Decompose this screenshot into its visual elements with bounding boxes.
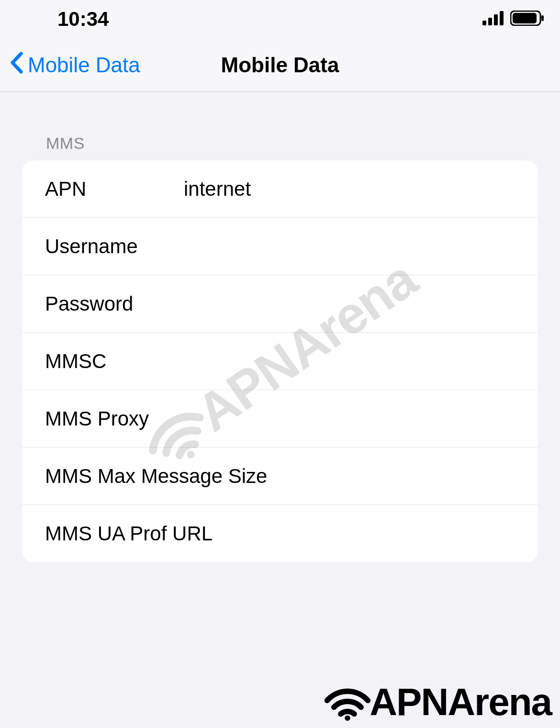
back-label: Mobile Data bbox=[28, 53, 140, 77]
username-input[interactable] bbox=[184, 218, 538, 275]
row-mms-ua[interactable]: MMS UA Prof URL bbox=[22, 505, 538, 562]
svg-rect-5 bbox=[513, 13, 537, 23]
status-indicators bbox=[482, 11, 545, 28]
mms-max-input[interactable] bbox=[267, 448, 538, 504]
mms-proxy-input[interactable] bbox=[184, 390, 538, 447]
svg-rect-1 bbox=[488, 18, 492, 25]
svg-rect-3 bbox=[500, 11, 504, 25]
mms-max-label: MMS Max Message Size bbox=[45, 465, 267, 488]
password-input[interactable] bbox=[184, 275, 538, 332]
mms-ua-input[interactable] bbox=[213, 505, 538, 562]
svg-rect-6 bbox=[541, 15, 544, 21]
row-mms-max[interactable]: MMS Max Message Size bbox=[22, 448, 538, 505]
page-title: Mobile Data bbox=[221, 53, 339, 77]
row-username[interactable]: Username bbox=[22, 218, 538, 275]
svg-rect-2 bbox=[494, 14, 498, 25]
password-label: Password bbox=[45, 292, 184, 315]
status-bar: 10:34 bbox=[0, 0, 560, 38]
row-apn[interactable]: APN bbox=[22, 160, 538, 218]
mmsc-input[interactable] bbox=[184, 333, 538, 390]
mms-settings-card: APN Username Password MMSC MMS Proxy MMS… bbox=[22, 160, 538, 562]
navigation-bar: Mobile Data Mobile Data bbox=[0, 38, 560, 92]
brand-text: APNArena bbox=[370, 680, 551, 724]
apn-label: APN bbox=[45, 178, 184, 201]
svg-point-8 bbox=[345, 716, 350, 721]
svg-rect-0 bbox=[482, 21, 486, 25]
row-mmsc[interactable]: MMSC bbox=[22, 333, 538, 390]
status-time: 10:34 bbox=[57, 8, 109, 31]
brand-logo: APNArena bbox=[315, 676, 560, 728]
mms-proxy-label: MMS Proxy bbox=[45, 407, 184, 430]
spacer bbox=[0, 562, 560, 687]
mmsc-label: MMSC bbox=[45, 350, 184, 373]
section-header-mms: MMS bbox=[0, 92, 560, 160]
battery-icon bbox=[510, 11, 545, 28]
cellular-signal-icon bbox=[482, 11, 504, 27]
wifi-icon bbox=[324, 683, 371, 721]
back-button[interactable]: Mobile Data bbox=[10, 52, 140, 78]
row-password[interactable]: Password bbox=[22, 275, 538, 333]
apn-input[interactable] bbox=[184, 160, 538, 217]
chevron-left-icon bbox=[10, 52, 24, 78]
row-mms-proxy[interactable]: MMS Proxy bbox=[22, 390, 538, 448]
username-label: Username bbox=[45, 235, 184, 258]
mms-ua-label: MMS UA Prof URL bbox=[45, 522, 213, 545]
